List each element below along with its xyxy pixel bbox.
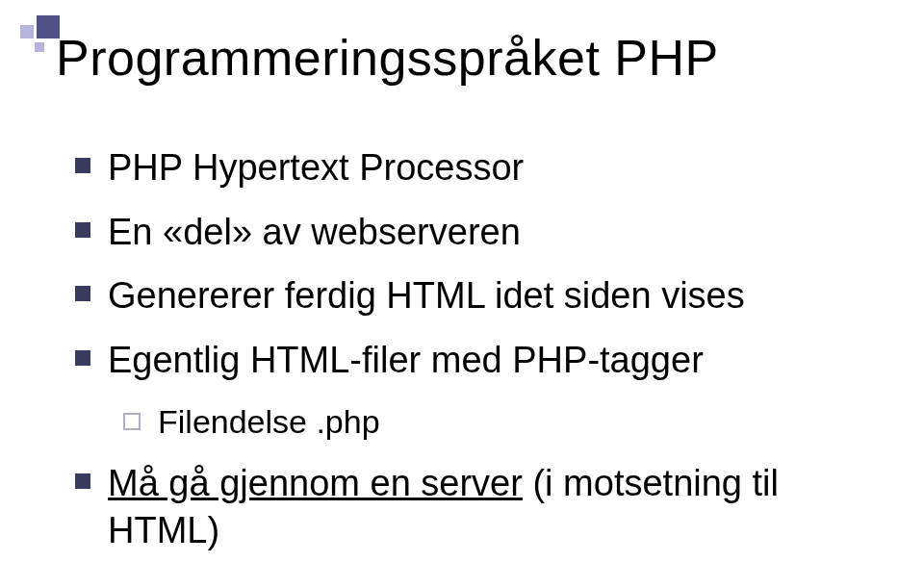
- list-item: PHP Hypertext Processor: [75, 144, 886, 192]
- square-bullet-icon: [75, 222, 90, 238]
- list-item: Genererer ferdig HTML idet siden vises: [75, 272, 886, 319]
- list-item-text: En «del» av webserveren: [108, 209, 521, 256]
- list-item-text: Egentlig HTML-filer med PHP-tagger: [108, 337, 704, 384]
- square-bullet-icon: [75, 350, 90, 366]
- square-bullet-icon: [75, 473, 90, 489]
- list-sub-item-text: Filendelse .php: [158, 401, 380, 444]
- list-sub-item: Filendelse .php: [123, 401, 886, 444]
- square-bullet-icon: [75, 286, 90, 301]
- slide: Programmeringsspråket PHP PHP Hypertext …: [0, 0, 924, 562]
- decorative-squares-icon: [12, 10, 69, 56]
- slide-content: PHP Hypertext Processor En «del» av webs…: [75, 144, 886, 553]
- square-bullet-icon: [75, 158, 90, 173]
- slide-title: Programmeringsspråket PHP: [56, 29, 886, 87]
- list-item: Egentlig HTML-filer med PHP-tagger: [75, 337, 886, 384]
- list-item-text: PHP Hypertext Processor: [108, 144, 524, 192]
- list-item: Må gå gjennom en server (i motsetning ti…: [75, 460, 886, 553]
- list-item-text: Må gå gjennom en server (i motsetning ti…: [108, 460, 886, 553]
- square-outline-bullet-icon: [123, 413, 141, 430]
- list-item-text: Genererer ferdig HTML idet siden vises: [108, 272, 745, 319]
- list-item: En «del» av webserveren: [75, 209, 886, 256]
- underlined-text: Må gå gjennom en server: [108, 463, 523, 503]
